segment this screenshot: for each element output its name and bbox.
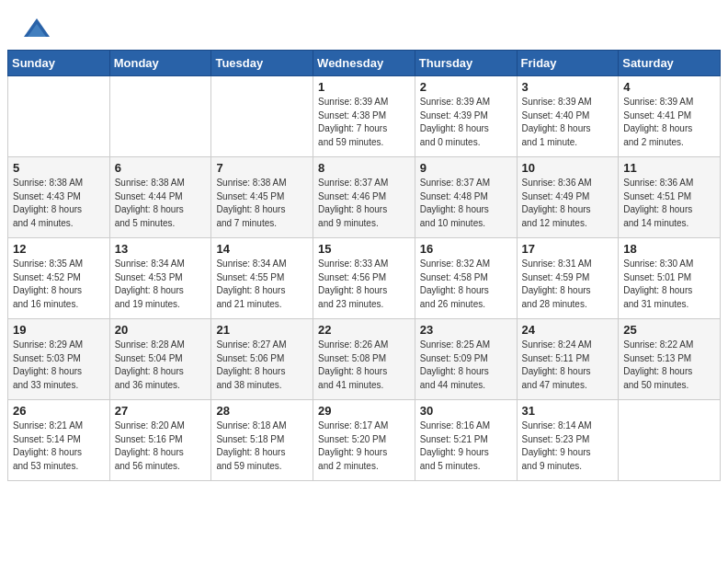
calendar-cell: 2Sunrise: 8:39 AM Sunset: 4:39 PM Daylig… [415, 76, 517, 157]
cell-content: Sunrise: 8:27 AM Sunset: 5:06 PM Dayligh… [216, 339, 308, 392]
cell-content: Sunrise: 8:39 AM Sunset: 4:41 PM Dayligh… [623, 96, 715, 149]
calendar-cell: 28Sunrise: 8:18 AM Sunset: 5:18 PM Dayli… [211, 400, 313, 481]
calendar-cell: 27Sunrise: 8:20 AM Sunset: 5:16 PM Dayli… [109, 400, 211, 481]
calendar-cell: 14Sunrise: 8:34 AM Sunset: 4:55 PM Dayli… [211, 238, 313, 319]
day-number: 24 [522, 323, 614, 337]
cell-content: Sunrise: 8:33 AM Sunset: 4:56 PM Dayligh… [318, 258, 410, 311]
calendar-cell: 16Sunrise: 8:32 AM Sunset: 4:58 PM Dayli… [415, 238, 517, 319]
calendar-cell: 25Sunrise: 8:22 AM Sunset: 5:13 PM Dayli… [619, 319, 721, 400]
day-number: 20 [115, 323, 207, 337]
logo [22, 17, 55, 42]
day-number: 5 [13, 161, 105, 175]
calendar-cell: 31Sunrise: 8:14 AM Sunset: 5:23 PM Dayli… [517, 400, 619, 481]
cell-content: Sunrise: 8:18 AM Sunset: 5:18 PM Dayligh… [216, 419, 308, 473]
calendar-cell [619, 400, 721, 481]
calendar-cell: 26Sunrise: 8:21 AM Sunset: 5:14 PM Dayli… [8, 400, 110, 481]
calendar-cell: 21Sunrise: 8:27 AM Sunset: 5:06 PM Dayli… [211, 319, 313, 400]
day-number: 1 [318, 80, 410, 94]
calendar-cell: 10Sunrise: 8:36 AM Sunset: 4:49 PM Dayli… [517, 157, 619, 238]
day-of-week-header: Friday [517, 51, 619, 76]
day-number: 12 [13, 242, 105, 256]
cell-content: Sunrise: 8:24 AM Sunset: 5:11 PM Dayligh… [522, 339, 614, 392]
day-number: 7 [216, 161, 308, 175]
calendar-table: SundayMondayTuesdayWednesdayThursdayFrid… [7, 50, 721, 481]
calendar-cell: 22Sunrise: 8:26 AM Sunset: 5:08 PM Dayli… [313, 319, 415, 400]
cell-content: Sunrise: 8:25 AM Sunset: 5:09 PM Dayligh… [420, 339, 512, 392]
header [0, 0, 728, 50]
cell-content: Sunrise: 8:17 AM Sunset: 5:20 PM Dayligh… [318, 419, 410, 473]
calendar-cell: 23Sunrise: 8:25 AM Sunset: 5:09 PM Dayli… [415, 319, 517, 400]
calendar-cell: 18Sunrise: 8:30 AM Sunset: 5:01 PM Dayli… [619, 238, 721, 319]
cell-content: Sunrise: 8:31 AM Sunset: 4:59 PM Dayligh… [522, 258, 614, 311]
day-of-week-header: Saturday [619, 51, 721, 76]
day-number: 8 [318, 161, 410, 175]
calendar-cell: 7Sunrise: 8:38 AM Sunset: 4:45 PM Daylig… [211, 157, 313, 238]
cell-content: Sunrise: 8:34 AM Sunset: 4:53 PM Dayligh… [115, 258, 207, 311]
calendar-week-row: 19Sunrise: 8:29 AM Sunset: 5:03 PM Dayli… [8, 319, 721, 400]
cell-content: Sunrise: 8:20 AM Sunset: 5:16 PM Dayligh… [115, 419, 207, 473]
calendar-cell: 15Sunrise: 8:33 AM Sunset: 4:56 PM Dayli… [313, 238, 415, 319]
day-number: 14 [216, 242, 308, 256]
calendar-wrap: SundayMondayTuesdayWednesdayThursdayFrid… [0, 50, 728, 488]
cell-content: Sunrise: 8:35 AM Sunset: 4:52 PM Dayligh… [13, 258, 105, 311]
day-number: 21 [216, 323, 308, 337]
cell-content: Sunrise: 8:22 AM Sunset: 5:13 PM Dayligh… [623, 339, 715, 392]
calendar-cell: 5Sunrise: 8:38 AM Sunset: 4:43 PM Daylig… [8, 157, 110, 238]
calendar-cell: 17Sunrise: 8:31 AM Sunset: 4:59 PM Dayli… [517, 238, 619, 319]
calendar-cell: 8Sunrise: 8:37 AM Sunset: 4:46 PM Daylig… [313, 157, 415, 238]
cell-content: Sunrise: 8:28 AM Sunset: 5:04 PM Dayligh… [115, 339, 207, 392]
calendar-cell [8, 76, 110, 157]
cell-content: Sunrise: 8:38 AM Sunset: 4:44 PM Dayligh… [115, 177, 207, 230]
calendar-cell: 24Sunrise: 8:24 AM Sunset: 5:11 PM Dayli… [517, 319, 619, 400]
day-number: 25 [623, 323, 715, 337]
calendar-week-row: 26Sunrise: 8:21 AM Sunset: 5:14 PM Dayli… [8, 400, 721, 481]
cell-content: Sunrise: 8:34 AM Sunset: 4:55 PM Dayligh… [216, 258, 308, 311]
calendar-cell: 4Sunrise: 8:39 AM Sunset: 4:41 PM Daylig… [619, 76, 721, 157]
day-of-week-header: Monday [109, 51, 211, 76]
cell-content: Sunrise: 8:26 AM Sunset: 5:08 PM Dayligh… [318, 339, 410, 392]
calendar-body: 1Sunrise: 8:39 AM Sunset: 4:38 PM Daylig… [8, 76, 721, 481]
calendar-cell: 1Sunrise: 8:39 AM Sunset: 4:38 PM Daylig… [313, 76, 415, 157]
day-number: 23 [420, 323, 512, 337]
day-number: 9 [420, 161, 512, 175]
calendar-cell [109, 76, 211, 157]
day-number: 16 [420, 242, 512, 256]
days-of-week-row: SundayMondayTuesdayWednesdayThursdayFrid… [8, 51, 721, 76]
day-number: 30 [420, 404, 512, 418]
day-number: 11 [623, 161, 715, 175]
day-number: 4 [623, 80, 715, 94]
day-of-week-header: Thursday [415, 51, 517, 76]
day-number: 22 [318, 323, 410, 337]
calendar-cell: 3Sunrise: 8:39 AM Sunset: 4:40 PM Daylig… [517, 76, 619, 157]
day-number: 13 [115, 242, 207, 256]
day-number: 17 [522, 242, 614, 256]
day-number: 27 [115, 404, 207, 418]
calendar-cell: 6Sunrise: 8:38 AM Sunset: 4:44 PM Daylig… [109, 157, 211, 238]
calendar-cell: 20Sunrise: 8:28 AM Sunset: 5:04 PM Dayli… [109, 319, 211, 400]
cell-content: Sunrise: 8:38 AM Sunset: 4:45 PM Dayligh… [216, 177, 308, 230]
calendar-week-row: 12Sunrise: 8:35 AM Sunset: 4:52 PM Dayli… [8, 238, 721, 319]
calendar-cell: 9Sunrise: 8:37 AM Sunset: 4:48 PM Daylig… [415, 157, 517, 238]
calendar-cell: 29Sunrise: 8:17 AM Sunset: 5:20 PM Dayli… [313, 400, 415, 481]
cell-content: Sunrise: 8:21 AM Sunset: 5:14 PM Dayligh… [13, 419, 105, 473]
cell-content: Sunrise: 8:39 AM Sunset: 4:38 PM Dayligh… [318, 96, 410, 149]
day-number: 31 [522, 404, 614, 418]
cell-content: Sunrise: 8:38 AM Sunset: 4:43 PM Dayligh… [13, 177, 105, 230]
day-number: 10 [522, 161, 614, 175]
cell-content: Sunrise: 8:14 AM Sunset: 5:23 PM Dayligh… [522, 419, 614, 473]
calendar-cell: 12Sunrise: 8:35 AM Sunset: 4:52 PM Dayli… [8, 238, 110, 319]
cell-content: Sunrise: 8:37 AM Sunset: 4:48 PM Dayligh… [420, 177, 512, 230]
day-number: 15 [318, 242, 410, 256]
cell-content: Sunrise: 8:32 AM Sunset: 4:58 PM Dayligh… [420, 258, 512, 311]
cell-content: Sunrise: 8:39 AM Sunset: 4:40 PM Dayligh… [522, 96, 614, 149]
calendar-week-row: 1Sunrise: 8:39 AM Sunset: 4:38 PM Daylig… [8, 76, 721, 157]
cell-content: Sunrise: 8:29 AM Sunset: 5:03 PM Dayligh… [13, 339, 105, 392]
day-of-week-header: Wednesday [313, 51, 415, 76]
calendar-cell: 30Sunrise: 8:16 AM Sunset: 5:21 PM Dayli… [415, 400, 517, 481]
day-of-week-header: Sunday [8, 51, 110, 76]
day-of-week-header: Tuesday [211, 51, 313, 76]
cell-content: Sunrise: 8:36 AM Sunset: 4:51 PM Dayligh… [623, 177, 715, 230]
day-number: 19 [13, 323, 105, 337]
cell-content: Sunrise: 8:30 AM Sunset: 5:01 PM Dayligh… [623, 258, 715, 311]
cell-content: Sunrise: 8:39 AM Sunset: 4:39 PM Dayligh… [420, 96, 512, 149]
